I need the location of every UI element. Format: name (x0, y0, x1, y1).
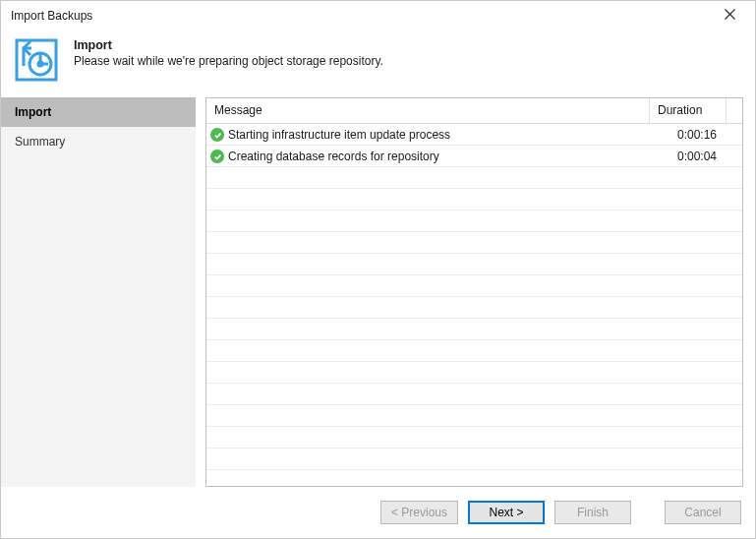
row-duration: 0:00:04 (650, 150, 742, 163)
row-message: Starting infrastructure item update proc… (224, 128, 650, 142)
close-icon (725, 9, 735, 23)
import-icon (13, 36, 60, 84)
next-button[interactable]: Next > (468, 501, 545, 524)
status-success-icon (206, 150, 224, 163)
page-subtitle: Please wait while we're preparing object… (74, 54, 383, 68)
cancel-button: Cancel (665, 501, 741, 524)
dialog-footer: < Previous Next > Finish Cancel (1, 487, 755, 538)
progress-grid: Message Duration Starting infrastructure… (205, 97, 743, 487)
previous-button: < Previous (380, 501, 458, 524)
status-success-icon (206, 128, 224, 142)
dialog-header: Import Please wait while we're preparing… (1, 30, 755, 97)
column-header-message[interactable]: Message (206, 98, 650, 123)
close-button[interactable] (710, 4, 749, 28)
sidebar-item-label: Summary (15, 135, 65, 149)
table-row[interactable]: Creating database records for repository… (206, 146, 742, 167)
title-bar: Import Backups (1, 1, 755, 30)
grid-body[interactable]: Starting infrastructure item update proc… (206, 124, 742, 486)
content-area: Message Duration Starting infrastructure… (196, 97, 743, 487)
sidebar-item-summary[interactable]: Summary (1, 127, 196, 156)
column-header-duration[interactable]: Duration (650, 98, 727, 123)
sidebar-item-import[interactable]: Import (1, 97, 196, 127)
row-message: Creating database records for repository (224, 150, 650, 163)
header-text: Import Please wait while we're preparing… (74, 36, 383, 68)
grid-header: Message Duration (206, 98, 742, 124)
row-duration: 0:00:16 (650, 128, 742, 142)
page-title: Import (74, 38, 383, 52)
sidebar-item-label: Import (15, 105, 51, 119)
wizard-sidebar: Import Summary (1, 97, 196, 487)
main-area: Import Summary Message Duration (1, 97, 755, 487)
table-row[interactable]: Starting infrastructure item update proc… (206, 124, 742, 146)
dialog-import-backups: Import Backups Import Ple (0, 0, 756, 539)
window-title: Import Backups (11, 9, 92, 23)
finish-button: Finish (554, 501, 631, 524)
column-header-spacer (727, 98, 742, 123)
